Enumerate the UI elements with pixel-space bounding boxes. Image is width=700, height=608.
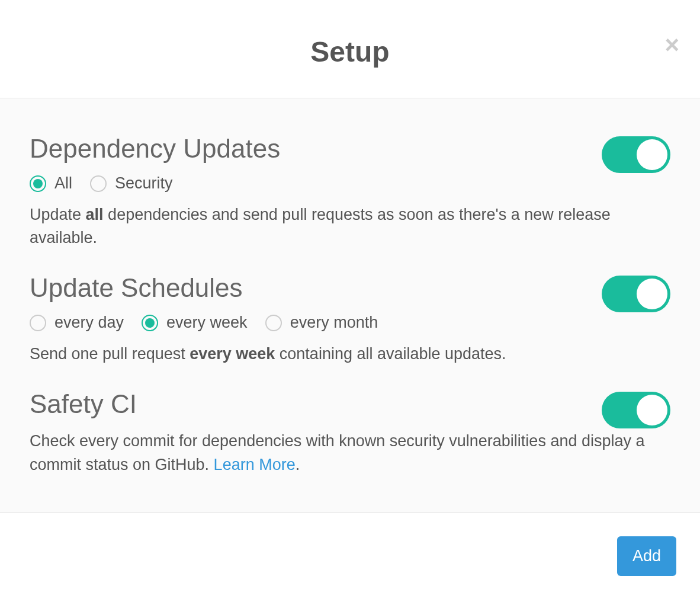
- radio-option-every-month[interactable]: every month: [265, 313, 378, 332]
- radio-group-dependency-updates: All Security: [30, 174, 280, 193]
- modal-title: Setup: [30, 36, 670, 68]
- section-update-schedules: Update Schedules every day every week ev…: [30, 273, 670, 366]
- description-text: containing all available updates.: [275, 345, 506, 363]
- description-safety-ci: Check every commit for dependencies with…: [30, 430, 670, 476]
- toggle-dependency-updates[interactable]: [602, 136, 670, 173]
- radio-label: every week: [166, 313, 248, 332]
- description-text: Update: [30, 206, 86, 223]
- radio-icon: [30, 175, 46, 192]
- radio-icon: [90, 175, 107, 192]
- description-text: dependencies and send pull requests as s…: [30, 206, 611, 247]
- radio-label: Security: [115, 174, 173, 193]
- toggle-knob: [637, 139, 667, 170]
- modal-body: Dependency Updates All Security Update a…: [0, 98, 700, 513]
- radio-option-every-day[interactable]: every day: [30, 313, 124, 332]
- radio-option-all[interactable]: All: [30, 174, 72, 193]
- radio-label: every month: [290, 313, 378, 332]
- toggle-knob: [637, 395, 667, 425]
- modal-footer: Add: [0, 513, 700, 582]
- description-update-schedules: Send one pull request every week contain…: [30, 343, 670, 366]
- section-title-dependency-updates: Dependency Updates: [30, 134, 280, 164]
- modal-header: Setup ×: [0, 0, 700, 98]
- description-bold: every week: [190, 345, 275, 363]
- description-text: Send one pull request: [30, 345, 190, 363]
- description-text: .: [296, 456, 300, 473]
- radio-group-update-schedules: every day every week every month: [30, 313, 378, 332]
- radio-icon: [142, 315, 158, 331]
- section-title-safety-ci: Safety CI: [30, 389, 137, 419]
- section-title-update-schedules: Update Schedules: [30, 273, 378, 303]
- radio-label: every day: [54, 313, 124, 332]
- radio-icon: [265, 315, 282, 331]
- toggle-safety-ci[interactable]: [602, 392, 670, 428]
- description-bold: all: [86, 206, 104, 223]
- radio-label: All: [54, 174, 72, 193]
- close-button[interactable]: ×: [664, 33, 679, 57]
- section-header: Dependency Updates All Security: [30, 134, 670, 203]
- toggle-update-schedules[interactable]: [602, 276, 670, 312]
- learn-more-link[interactable]: Learn More: [214, 456, 296, 473]
- section-dependency-updates: Dependency Updates All Security Update a…: [30, 134, 670, 249]
- description-dependency-updates: Update all dependencies and send pull re…: [30, 203, 670, 249]
- radio-option-security[interactable]: Security: [90, 174, 173, 193]
- radio-icon: [30, 315, 46, 331]
- toggle-knob: [637, 279, 667, 309]
- description-text: Check every commit for dependencies with…: [30, 432, 645, 473]
- section-safety-ci: Safety CI Check every commit for depende…: [30, 389, 670, 476]
- radio-option-every-week[interactable]: every week: [142, 313, 248, 332]
- section-header: Safety CI: [30, 389, 670, 430]
- close-icon: ×: [664, 31, 679, 59]
- add-button[interactable]: Add: [617, 536, 676, 576]
- section-header: Update Schedules every day every week ev…: [30, 273, 670, 343]
